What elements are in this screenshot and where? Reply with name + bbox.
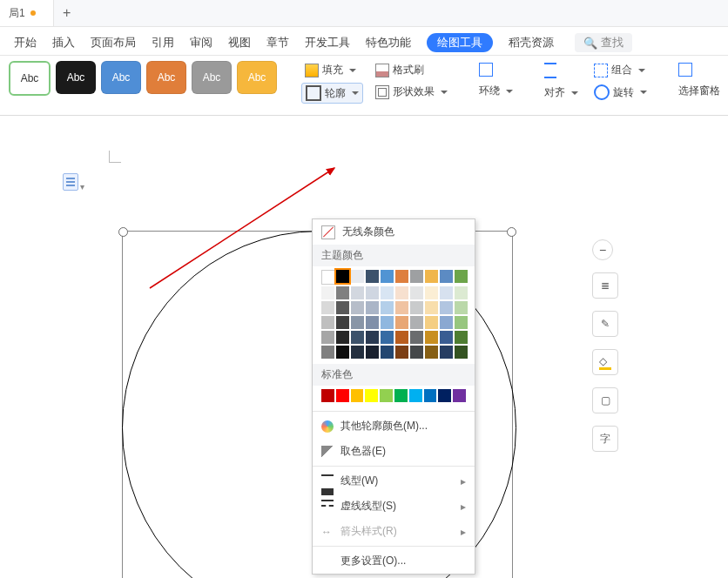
tab-review[interactable]: 审阅 bbox=[190, 35, 212, 50]
color-swatch[interactable] bbox=[351, 331, 364, 344]
color-swatch[interactable] bbox=[381, 301, 394, 314]
paste-options-icon[interactable] bbox=[63, 173, 78, 191]
fill-button[interactable]: 填充 bbox=[301, 61, 363, 79]
more-settings-item[interactable]: 更多设置(O)... bbox=[313, 548, 475, 574]
search-button[interactable]: 🔍 查找 bbox=[575, 33, 632, 52]
color-swatch[interactable] bbox=[440, 301, 453, 314]
color-swatch[interactable] bbox=[380, 389, 393, 402]
wrap-label-button[interactable]: 环绕 bbox=[475, 82, 516, 100]
color-swatch[interactable] bbox=[365, 389, 378, 402]
color-swatch[interactable] bbox=[321, 286, 334, 299]
color-swatch[interactable] bbox=[410, 286, 423, 299]
color-swatch[interactable] bbox=[381, 331, 394, 344]
color-swatch[interactable] bbox=[425, 301, 438, 314]
color-swatch[interactable] bbox=[395, 346, 408, 359]
collapse-pane-button[interactable]: − bbox=[592, 239, 613, 260]
style-swatch[interactable]: Abc bbox=[237, 61, 277, 94]
side-tool-page[interactable]: ▢ bbox=[592, 387, 618, 413]
color-swatch[interactable] bbox=[366, 316, 379, 329]
document-canvas[interactable]: ▾ − ≣ ✎ ◇ ▢ 字 无线条颜色 主题颜色 标准色 其他轮廓颜色(M)..… bbox=[0, 116, 728, 578]
noline-item[interactable]: 无线条颜色 bbox=[313, 219, 475, 245]
color-swatch[interactable] bbox=[410, 316, 423, 329]
color-swatch[interactable] bbox=[336, 389, 349, 402]
style-swatch[interactable]: Abc bbox=[56, 61, 96, 94]
color-swatch[interactable] bbox=[321, 316, 334, 329]
tab-layout[interactable]: 页面布局 bbox=[91, 35, 136, 50]
color-swatch[interactable] bbox=[321, 270, 336, 285]
rotate-button[interactable]: 旋转 bbox=[590, 83, 650, 102]
wrap-button[interactable] bbox=[475, 61, 516, 78]
color-swatch[interactable] bbox=[425, 270, 438, 283]
color-swatch[interactable] bbox=[321, 331, 334, 344]
color-swatch[interactable] bbox=[381, 270, 394, 283]
color-swatch[interactable] bbox=[336, 331, 349, 344]
color-swatch[interactable] bbox=[410, 331, 423, 344]
color-swatch[interactable] bbox=[455, 301, 468, 314]
style-swatch[interactable]: Abc bbox=[146, 61, 186, 94]
side-tool-paragraph[interactable]: ≣ bbox=[592, 272, 618, 299]
select-pane-label-button[interactable]: 选择窗格 bbox=[675, 82, 724, 100]
doc-tab[interactable]: 局1 bbox=[0, 0, 54, 26]
shape-style-gallery[interactable]: AbcAbcAbcAbcAbcAbc bbox=[9, 61, 277, 96]
style-swatch[interactable]: Abc bbox=[101, 61, 141, 94]
color-swatch[interactable] bbox=[321, 301, 334, 314]
color-swatch[interactable] bbox=[381, 286, 394, 299]
color-swatch[interactable] bbox=[351, 346, 364, 359]
color-swatch[interactable] bbox=[351, 270, 364, 283]
side-tool-highlight[interactable]: ◇ bbox=[592, 349, 618, 375]
color-swatch[interactable] bbox=[336, 270, 349, 283]
tab-view[interactable]: 视图 bbox=[228, 35, 251, 50]
color-swatch[interactable] bbox=[351, 389, 364, 402]
color-swatch[interactable] bbox=[366, 270, 379, 283]
color-swatch[interactable] bbox=[424, 389, 437, 402]
resize-handle[interactable] bbox=[507, 227, 516, 237]
dashtype-item[interactable]: 虚线线型(S)▸ bbox=[313, 494, 475, 519]
select-pane-button[interactable] bbox=[675, 61, 724, 78]
color-swatch[interactable] bbox=[395, 286, 408, 299]
color-swatch[interactable] bbox=[395, 301, 408, 314]
color-swatch[interactable] bbox=[321, 346, 334, 359]
tab-start[interactable]: 开始 bbox=[14, 35, 37, 50]
color-swatch[interactable] bbox=[455, 286, 468, 299]
shapeeffect-button[interactable]: 形状效果 bbox=[372, 83, 451, 101]
color-swatch[interactable] bbox=[425, 316, 438, 329]
tab-drawtool[interactable]: 绘图工具 bbox=[427, 33, 493, 52]
chevron-down-icon[interactable]: ▾ bbox=[80, 182, 84, 192]
color-swatch[interactable] bbox=[395, 316, 408, 329]
color-swatch[interactable] bbox=[409, 389, 422, 402]
color-swatch[interactable] bbox=[438, 389, 451, 402]
side-tool-text[interactable]: 字 bbox=[592, 426, 618, 452]
outline-button[interactable]: 轮廓 bbox=[301, 83, 363, 104]
color-swatch[interactable] bbox=[395, 331, 408, 344]
color-swatch[interactable] bbox=[351, 301, 364, 314]
color-swatch[interactable] bbox=[366, 331, 379, 344]
color-swatch[interactable] bbox=[455, 270, 468, 283]
style-swatch[interactable]: Abc bbox=[9, 61, 51, 96]
color-swatch[interactable] bbox=[455, 316, 468, 329]
color-swatch[interactable] bbox=[351, 286, 364, 299]
color-swatch[interactable] bbox=[366, 301, 379, 314]
align-button[interactable] bbox=[541, 61, 582, 80]
formatbrush-button[interactable]: 格式刷 bbox=[372, 61, 451, 79]
picker-item[interactable]: 取色器(E) bbox=[313, 439, 475, 464]
color-swatch[interactable] bbox=[336, 316, 349, 329]
color-swatch[interactable] bbox=[440, 331, 453, 344]
color-swatch[interactable] bbox=[410, 346, 423, 359]
color-swatch[interactable] bbox=[410, 301, 423, 314]
group-button[interactable]: 组合 bbox=[590, 61, 650, 79]
tab-dev[interactable]: 开发工具 bbox=[305, 35, 350, 50]
new-tab-button[interactable]: + bbox=[54, 5, 80, 21]
color-swatch[interactable] bbox=[440, 270, 453, 283]
color-swatch[interactable] bbox=[395, 270, 408, 283]
color-swatch[interactable] bbox=[453, 389, 466, 402]
color-swatch[interactable] bbox=[455, 346, 468, 359]
tab-chapter[interactable]: 章节 bbox=[266, 35, 289, 50]
color-swatch[interactable] bbox=[440, 286, 453, 299]
color-swatch[interactable] bbox=[440, 346, 453, 359]
color-swatch[interactable] bbox=[425, 331, 438, 344]
color-swatch[interactable] bbox=[440, 316, 453, 329]
color-swatch[interactable] bbox=[336, 346, 349, 359]
color-swatch[interactable] bbox=[425, 346, 438, 359]
color-swatch[interactable] bbox=[381, 316, 394, 329]
color-swatch[interactable] bbox=[425, 286, 438, 299]
